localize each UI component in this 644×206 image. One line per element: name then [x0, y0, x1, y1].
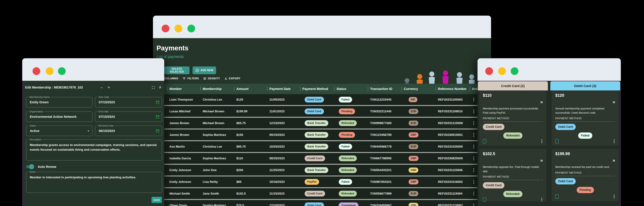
calendar-icon[interactable] — [156, 115, 160, 118]
save-button[interactable]: SAVE — [152, 197, 162, 203]
start-date-field[interactable]: Start Date 07/15/2023 — [95, 97, 162, 107]
add-new-button[interactable]: ADD NEW — [192, 66, 216, 74]
row-actions-kebab-icon[interactable] — [473, 97, 475, 102]
row-actions-kebab-icon[interactable] — [473, 109, 475, 114]
cell-transaction-id: TXN112233445 — [370, 94, 392, 105]
table-row[interactable]: James BrownMichael Brown$65.7512/15/2023… — [158, 118, 488, 128]
column-header-payment-method[interactable]: Payment Method — [302, 84, 328, 94]
kebab-dot — [614, 194, 614, 196]
currency-badge: EUR — [408, 191, 418, 196]
edit-membership-content: Edit Membership : MEM19017678_102 – + ✕ … — [22, 81, 164, 206]
close-traffic-light-icon[interactable] — [485, 67, 493, 75]
filters-button[interactable]: FILTERS — [182, 77, 199, 80]
zoom-traffic-light-icon[interactable] — [58, 67, 66, 75]
card-checkbox[interactable] — [555, 194, 559, 198]
table-row[interactable]: Emily JohnsonJohn Doe$20011/25/2023Bank … — [158, 165, 488, 176]
cell-membership: John Doe — [203, 165, 217, 176]
column-header-amount[interactable]: Amount — [236, 84, 248, 94]
payment-card[interactable]: $110»Membership payment processed succes… — [479, 90, 546, 146]
density-button[interactable]: DENSITY — [203, 77, 220, 80]
expand-chevrons-icon[interactable]: » — [612, 100, 615, 104]
zoom-traffic-light-icon[interactable] — [511, 67, 518, 75]
dialog-minimize-icon[interactable]: – — [99, 85, 104, 90]
dialog-close-icon[interactable]: ✕ — [158, 85, 163, 90]
auto-renew-toggle[interactable] — [26, 165, 34, 168]
table-row[interactable]: Michael SmithJane Smith$102.511/15/2023C… — [158, 188, 488, 199]
notes-textarea[interactable]: Notes Member is interested in participat… — [26, 172, 162, 193]
kebab-dot — [473, 124, 474, 125]
table-row[interactable]: James BrownSophia Martinez$15009/15/2023… — [158, 130, 488, 140]
minimize-traffic-light-icon[interactable] — [46, 67, 54, 75]
expand-chevrons-icon[interactable]: » — [540, 158, 543, 163]
card-description: Membership payment processed successfull… — [483, 106, 543, 115]
export-button[interactable]: EXPORT — [224, 77, 240, 80]
table-row[interactable]: Liam ThompsonChristina Lee$12011/05/2023… — [158, 94, 488, 105]
kebab-dot — [473, 101, 474, 102]
cell-member: Isabella Garcia — [169, 153, 191, 164]
currency-badge: GBP — [408, 132, 418, 138]
expand-chevrons-icon[interactable]: » — [540, 100, 543, 104]
column-header-reference-number[interactable]: Reference Number — [438, 84, 466, 94]
row-actions-kebab-icon[interactable] — [473, 168, 475, 173]
renewal-date-field[interactable]: Renewal Date 06/15/2024 — [95, 126, 162, 136]
column-header-payment-date[interactable]: Payment Date — [269, 84, 290, 94]
cell-transaction-id: TXN445566778 — [370, 141, 392, 152]
row-actions-kebab-icon[interactable] — [473, 132, 475, 138]
row-actions-kebab-icon[interactable] — [473, 180, 475, 184]
cell-membership: Jane Smith — [203, 188, 219, 199]
end-date-field[interactable]: End Date 07/15/2024 — [95, 112, 162, 122]
column-header-status[interactable]: Status — [336, 84, 346, 94]
organization-field[interactable]: Organization Environmental Action Networ… — [26, 112, 92, 122]
cards-column-debit-card-3-: Debit Card (3)$120»Annual membership pay… — [550, 81, 620, 206]
row-actions-kebab-icon[interactable] — [473, 144, 475, 149]
kebab-dot — [473, 99, 474, 100]
card-footer — [555, 194, 615, 199]
cell-amount: $199.99 — [236, 106, 248, 117]
description-textarea[interactable]: Description Membership grants access to … — [26, 140, 162, 160]
column-header-membership[interactable]: Membership — [203, 84, 222, 94]
zoom-traffic-light-icon[interactable] — [188, 24, 195, 32]
dialog-fullscreen-icon[interactable] — [152, 86, 155, 89]
card-actions-kebab-icon[interactable] — [613, 139, 615, 144]
status-select[interactable]: Status Active ▼ — [26, 126, 92, 136]
expand-chevrons-icon[interactable]: » — [612, 158, 615, 163]
payment-card[interactable]: $102.5»Membership upgrade fee. Paid thro… — [479, 149, 546, 201]
table-row[interactable]: Emily JohnsonLisa Reilly$8510/16/2023Pay… — [158, 176, 488, 187]
card-checkbox[interactable] — [483, 139, 486, 144]
cell-payment-date: 11/15/2023 — [269, 188, 284, 199]
payment-card[interactable]: $120»Annual membership payment completed… — [552, 90, 619, 146]
table-row[interactable]: Ava MartinChristina Lee$95.7510/25/2023B… — [158, 141, 488, 152]
row-actions-kebab-icon[interactable] — [473, 121, 475, 126]
cell-membership: Michael Brown — [203, 118, 224, 128]
close-traffic-light-icon[interactable] — [162, 24, 169, 32]
payments-table: MemberMembershipAmountPayment DatePaymen… — [158, 84, 488, 206]
column-header-transaction-id[interactable]: Transaction ID — [370, 84, 392, 94]
cards-column-tab[interactable]: Credit Card (2) — [478, 81, 548, 90]
cards-column-tab[interactable]: Debit Card (3) — [550, 81, 620, 90]
card-actions-kebab-icon[interactable] — [541, 139, 543, 144]
cell-member: James Brown — [169, 118, 189, 128]
table-row[interactable]: Isabella GarciaSophia Martinez$11008/25/… — [158, 153, 488, 164]
delete-selected-button[interactable]: DELETE SELECTED — [164, 66, 190, 74]
membership-name-field[interactable]: Membership Name Emily Green — [26, 97, 92, 107]
cell-amount: $150 — [236, 130, 243, 140]
column-header-member[interactable]: Member — [169, 84, 182, 94]
card-actions-kebab-icon[interactable] — [613, 194, 615, 199]
table-row[interactable]: Lucas MitchellMichael Brown$199.9911/01/… — [158, 106, 488, 117]
column-header-currency[interactable]: Currency — [404, 84, 418, 94]
table-row[interactable]: Oliver DavisSophia Martinez$75.512/10/20… — [158, 200, 488, 206]
minimize-traffic-light-icon[interactable] — [174, 24, 182, 32]
card-checkbox[interactable] — [483, 198, 486, 202]
payment-card[interactable]: $199.99»Membership renewal fee paid via … — [552, 149, 619, 201]
minimize-traffic-light-icon[interactable] — [498, 67, 506, 75]
calendar-icon[interactable] — [156, 129, 160, 133]
card-actions-kebab-icon[interactable] — [541, 197, 543, 202]
dialog-add-icon[interactable]: + — [106, 85, 112, 90]
card-checkbox[interactable] — [555, 139, 559, 144]
close-traffic-light-icon[interactable] — [32, 67, 40, 75]
row-actions-kebab-icon[interactable] — [473, 203, 475, 206]
row-actions-kebab-icon[interactable] — [473, 156, 475, 161]
row-actions-kebab-icon[interactable] — [473, 191, 475, 196]
calendar-icon[interactable] — [156, 100, 160, 104]
kebab-dot — [614, 141, 614, 142]
